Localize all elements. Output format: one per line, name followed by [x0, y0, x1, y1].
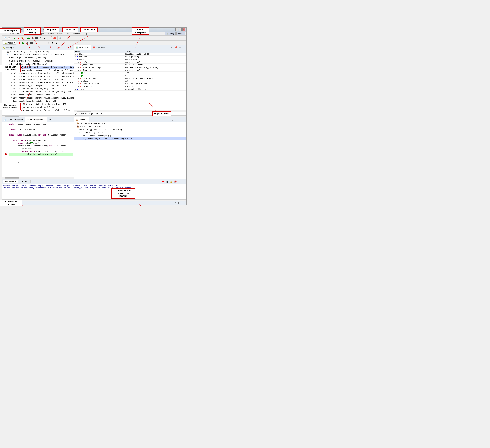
- tab-killstrategy[interactable]: 📄 KillStrategy.java ✕: [25, 117, 47, 122]
- team-perspective-button[interactable]: Team »: [176, 32, 185, 35]
- outline-item-package[interactable]: 📦 ballworld.model.strategy: [74, 122, 186, 125]
- console-horizontal-scrollbar[interactable]: [2, 199, 186, 201]
- var-minimize[interactable]: ─: [178, 45, 182, 49]
- var-maximize[interactable]: □: [182, 45, 186, 49]
- expand-icon[interactable]: ▼: [75, 58, 76, 61]
- console-pin[interactable]: 📌: [174, 180, 177, 183]
- editor-maximize[interactable]: □: [70, 118, 73, 121]
- outline-maximize[interactable]: □: [182, 118, 186, 121]
- debug-panel-minimize[interactable]: ─: [61, 46, 64, 50]
- thread-item-4[interactable]: ⚙ Daemon Thread [AWT-Windows] (Running): [2, 59, 74, 63]
- thread-item-3[interactable]: ⚙ Thread [AWT-Shutdown] (Running): [2, 56, 74, 59]
- stack-frame-3[interactable]: ≡ MultiInteractStrategy.interact(Ball, B…: [2, 75, 74, 78]
- stack-frame-5[interactable]: ≡ Collide2StrategySElasticBounceInteract…: [2, 81, 74, 84]
- expand-icon[interactable]: ▶: [78, 83, 79, 85]
- thread-item-1[interactable]: ▶ 🔲 BallControl (3) [Java Application]: [2, 50, 74, 53]
- expand-icon[interactable]: ▶: [78, 67, 79, 69]
- menu-search[interactable]: Search: [47, 32, 55, 35]
- search-button[interactable]: 🔍: [58, 36, 62, 40]
- step-into-btn[interactable]: ↷: [39, 36, 43, 40]
- debug-perspective-button[interactable]: 🐛 Debug: [165, 32, 176, 35]
- stack-frame-8[interactable]: ≡ Dispatcher(Observable).notifyObservers…: [2, 90, 74, 93]
- expand-icon[interactable]: ▼: [78, 69, 79, 71]
- outline-item-interact[interactable]: ◆ ⬡ interact(Ball, Ball, Dispatcher) : v…: [74, 137, 186, 141]
- debug-horizontal-scrollbar[interactable]: [2, 116, 74, 117]
- stack-frame-2[interactable]: ≡ MultiInteractStrategy.interact(Ball, B…: [2, 72, 74, 75]
- expand-icon[interactable]: ▶: [78, 77, 79, 80]
- var-row-interact[interactable]: ▶■ _interactStrategy MultiInteractStrate…: [74, 66, 186, 69]
- breakpoints-button[interactable]: 🔴: [53, 36, 56, 40]
- step-over-btn[interactable]: ↩: [43, 36, 47, 40]
- var-show-type[interactable]: T: [166, 45, 170, 49]
- var-collapse[interactable]: ▼: [170, 45, 174, 49]
- debug-suspend[interactable]: ⏸: [26, 41, 29, 45]
- debug-step-into[interactable]: ⤵: [34, 41, 38, 45]
- tab-breakpoints[interactable]: 🔴 Breakpoints: [91, 45, 108, 50]
- var-row-radius[interactable]: ■ _radius 15: [74, 80, 186, 82]
- minimize-button[interactable]: ─: [175, 28, 178, 31]
- stack-frame-11[interactable]: ≡ Ball.updateState(Dispatcher) line: 102: [2, 99, 74, 103]
- console-clear[interactable]: 🗑: [165, 180, 169, 183]
- step-return-btn[interactable]: ↑: [47, 36, 51, 40]
- code-editor-content[interactable]: ⬤ package ballworld.model.strategy; impo…: [2, 122, 74, 177]
- var-row-location[interactable]: ▼■ _location Point (id=61): [74, 69, 186, 72]
- console-stop[interactable]: ■: [161, 180, 165, 183]
- console-content[interactable]: BallControl (3) [Java Application] C:\Pr…: [2, 184, 186, 199]
- terminate-button[interactable]: ⬛: [35, 36, 38, 40]
- console-minimize[interactable]: ─: [177, 180, 181, 183]
- menu-project[interactable]: Project: [56, 32, 64, 35]
- outline-item-init[interactable]: ◆ ⬡ init(Ball) : void: [74, 131, 186, 134]
- var-row-x[interactable]: ⬤ x 433: [74, 72, 186, 74]
- menu-run[interactable]: Run: [66, 32, 71, 35]
- expand-icon[interactable]: ▶: [75, 56, 76, 58]
- debug-terminate[interactable]: ⬛: [30, 41, 34, 45]
- resume-button[interactable]: ▶▶: [26, 36, 30, 40]
- stack-frame-9[interactable]: ≡ Dispatcher.notifyAll(Object) line: 16: [2, 93, 74, 97]
- var-row-update[interactable]: ▶■ _updateStrategy EatStrategy (id=48): [74, 82, 186, 85]
- outline-item-imports[interactable]: 📥 import declarations: [74, 125, 186, 128]
- stack-frame-7[interactable]: ≡ Ball.update(Observable, Object) line: …: [2, 87, 74, 90]
- debug-collapse[interactable]: ▼: [50, 41, 54, 45]
- debug-button[interactable]: 🐛: [21, 36, 25, 40]
- forward-button[interactable]: →: [67, 36, 70, 40]
- outline-hide-fields[interactable]: ≡: [174, 118, 178, 121]
- var-pin[interactable]: 📌: [174, 45, 178, 49]
- debug-expand[interactable]: ▲: [54, 41, 58, 45]
- console-maximize[interactable]: □: [182, 180, 185, 183]
- var-row-y[interactable]: ⬤ y 51: [74, 74, 186, 77]
- var-row-target[interactable]: ▼■ target Ball (id=41): [74, 58, 186, 61]
- tab-tasks[interactable]: ✔ Tasks: [19, 180, 31, 183]
- thread-item-2[interactable]: ⚙ ballworld.controller.BallControl at lo…: [2, 53, 74, 56]
- debug-resume[interactable]: ▶: [22, 41, 25, 45]
- var-row-paint[interactable]: ▶■ _paintStrategy BallPaintStrategy (id=…: [74, 77, 186, 80]
- expand-icon[interactable]: ▶: [78, 61, 79, 63]
- debug-step-out[interactable]: ⤴: [42, 41, 46, 45]
- stack-frame-4[interactable]: ≡ Ball.interactWith(Ball, Dispatcher) li…: [2, 78, 74, 81]
- var-row-disp[interactable]: ▶■ disp Dispatcher (id=42): [74, 88, 186, 91]
- new-button[interactable]: 📄: [3, 36, 7, 40]
- end-debug-button[interactable]: ■: [18, 41, 21, 45]
- tab-console[interactable]: 🖥 Console ✕: [3, 180, 18, 183]
- var-row-color[interactable]: ▶■ _color Color (id=51): [74, 61, 186, 63]
- save-button[interactable]: 💾: [7, 36, 11, 40]
- var-row-context[interactable]: ▶■ context Ball (id=40): [74, 55, 186, 58]
- debug-panel-pin[interactable]: 📌: [56, 46, 60, 50]
- close-button[interactable]: ✕: [182, 28, 185, 31]
- var-row-this[interactable]: ▶■ this KillStrategyS1 (id=38): [74, 53, 186, 55]
- expand-icon[interactable]: ▶: [75, 53, 76, 55]
- editor-horizontal-scrollbar[interactable]: [2, 177, 74, 179]
- debug-scroll-thumb[interactable]: [5, 116, 19, 117]
- stack-frame-6[interactable]: ≡ Collide2StrategyS1.apply(Ball, Dispatc…: [2, 84, 74, 87]
- tab-collide2strategy[interactable]: 📄 Collide2Strategy.jav: [2, 117, 25, 122]
- tab-variables[interactable]: 📊 Variables ✕: [74, 45, 91, 50]
- menu-window[interactable]: Window: [73, 32, 81, 35]
- debug-panel-maximize[interactable]: □: [65, 46, 69, 50]
- debug-panel-close[interactable]: ✕: [69, 46, 73, 50]
- code-lines[interactable]: package ballworld.model.strategy; import…: [8, 123, 73, 177]
- console-scroll-lock[interactable]: 🔒: [169, 180, 173, 183]
- outline-item-class[interactable]: C KillStrategy 248 9/27/10 3:24 AM swong: [74, 128, 186, 131]
- debug-run-to-line[interactable]: ⇥: [46, 41, 50, 45]
- outline-minimize[interactable]: ─: [178, 118, 182, 121]
- outline-item-new-strategy[interactable]: ○ new IInteractStrategy() {...}: [74, 134, 186, 137]
- expand-icon[interactable]: ▶: [78, 85, 79, 88]
